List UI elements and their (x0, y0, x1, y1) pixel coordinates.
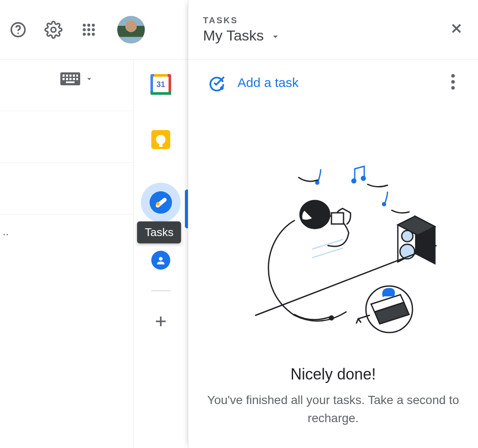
gear-icon (44, 21, 62, 39)
svg-rect-16 (73, 75, 75, 77)
svg-rect-15 (69, 75, 72, 77)
calendar-day: 31 (150, 74, 171, 95)
more-vert-icon (451, 74, 455, 78)
contacts-icon (151, 251, 170, 270)
apps-button[interactable] (78, 19, 99, 40)
caret-down-icon (84, 74, 94, 84)
empty-state: Nicely done! You've finished all your ta… (188, 96, 478, 427)
close-panel-button[interactable] (447, 19, 466, 38)
rail-divider (151, 290, 170, 291)
list-options-button[interactable] (444, 72, 462, 91)
task-list-name: My Tasks (203, 27, 264, 44)
task-list-switcher[interactable]: My Tasks (203, 27, 281, 44)
keep-icon (151, 130, 170, 149)
svg-point-28 (382, 202, 386, 206)
svg-rect-19 (66, 78, 68, 80)
svg-point-10 (87, 33, 91, 36)
settings-button[interactable] (43, 19, 64, 40)
empty-state-subtitle: You've finished all your tasks. Take a s… (206, 391, 461, 427)
rail-add-button[interactable] (149, 309, 173, 333)
tasks-section-label: TASKS (203, 16, 281, 25)
empty-state-title: Nicely done! (291, 365, 376, 383)
plus-icon (153, 314, 168, 329)
help-icon (9, 21, 27, 38)
rail-contacts-button[interactable] (149, 248, 173, 272)
svg-point-29 (402, 230, 413, 242)
svg-point-3 (83, 24, 86, 27)
add-task-row: Add a task (188, 59, 478, 96)
svg-rect-21 (73, 78, 75, 80)
calendar-icon: 31 (150, 74, 171, 95)
svg-point-26 (351, 178, 356, 184)
svg-point-7 (87, 28, 91, 31)
input-tools-button[interactable] (60, 72, 94, 85)
tasks-panel-body: Add a task (188, 59, 478, 448)
svg-point-1 (17, 32, 19, 34)
svg-point-24 (159, 257, 163, 261)
add-task-button[interactable]: Add a task (208, 74, 299, 91)
svg-rect-18 (62, 78, 65, 80)
svg-point-11 (92, 33, 95, 36)
account-avatar[interactable] (117, 16, 145, 44)
content-left-pane: .. (0, 59, 134, 448)
svg-rect-23 (66, 81, 75, 83)
left-row (0, 163, 133, 215)
rail-tooltip: Tasks (137, 221, 181, 243)
svg-point-8 (92, 28, 95, 31)
tasks-icon (150, 191, 172, 214)
svg-point-31 (329, 315, 334, 320)
apps-grid-icon (81, 22, 97, 37)
rail-keep-button[interactable] (149, 128, 173, 152)
rail-calendar-button[interactable]: 31 (149, 72, 173, 96)
empty-state-illustration (230, 160, 437, 341)
svg-point-6 (83, 28, 86, 31)
svg-point-2 (51, 27, 56, 32)
svg-rect-13 (62, 75, 65, 77)
side-panel-rail: 31 (134, 59, 188, 448)
left-ellipsis: .. (0, 215, 133, 249)
svg-rect-22 (76, 78, 78, 80)
add-task-icon (208, 74, 225, 91)
rail-tasks-button[interactable] (141, 183, 181, 222)
svg-point-27 (361, 176, 366, 181)
add-task-label: Add a task (237, 75, 299, 90)
chevron-down-icon (270, 31, 281, 42)
close-icon (449, 21, 464, 36)
svg-rect-17 (76, 75, 78, 77)
svg-point-5 (92, 24, 95, 27)
keyboard-icon (60, 72, 80, 85)
help-button[interactable] (8, 19, 28, 40)
left-row (0, 111, 133, 163)
svg-point-9 (83, 33, 86, 36)
left-row (0, 59, 133, 111)
tasks-panel: TASKS My Tasks Add a task (188, 0, 478, 448)
svg-point-4 (87, 24, 91, 27)
tasks-panel-header: TASKS My Tasks (188, 0, 478, 59)
svg-rect-20 (69, 78, 72, 80)
svg-rect-14 (66, 75, 68, 77)
